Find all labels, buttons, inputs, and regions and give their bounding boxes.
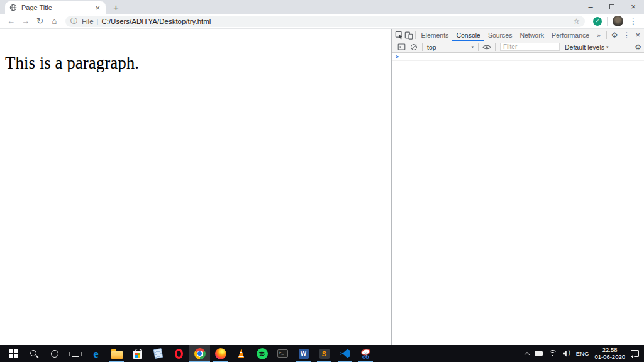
page-paragraph: This is a paragraph. xyxy=(5,53,391,73)
browser-menu-icon[interactable]: ⋮ xyxy=(626,17,640,26)
sublime-text-icon: S xyxy=(319,349,330,359)
cortana-button[interactable] xyxy=(44,345,65,362)
taskbar-snipping-tool[interactable] xyxy=(355,345,376,362)
taskbar-search-button[interactable] xyxy=(23,345,44,362)
forward-button[interactable]: → xyxy=(18,16,33,26)
devtools-tab-sources[interactable]: Sources xyxy=(484,29,516,41)
devtools-tab-network[interactable]: Network xyxy=(516,29,548,41)
separator xyxy=(415,31,416,39)
folder-icon xyxy=(111,351,123,359)
taskbar: e >_ W S ENG 22:58 01-06-2020 xyxy=(0,345,644,362)
device-toolbar-icon[interactable] xyxy=(404,29,413,41)
console-prompt-chevron: > xyxy=(396,53,399,60)
new-tab-button[interactable]: + xyxy=(111,3,121,13)
console-prompt-row[interactable]: > xyxy=(392,53,644,61)
spotify-icon xyxy=(257,348,268,359)
chrome-icon xyxy=(194,348,206,359)
taskbar-vlc[interactable] xyxy=(231,345,252,362)
maximize-icon xyxy=(609,4,614,9)
separator xyxy=(422,43,423,51)
taskbar-microsoft-store[interactable] xyxy=(127,345,148,362)
extension-icon[interactable]: ✓ xyxy=(593,17,602,26)
devtools-panel: Elements Console Sources Network Perform… xyxy=(392,29,644,345)
console-settings-gear-icon[interactable]: ⚙ xyxy=(632,43,644,52)
toolbar-separator xyxy=(607,17,608,26)
devtools-menu-icon[interactable]: ⋮ xyxy=(620,31,633,40)
profile-avatar[interactable] xyxy=(613,16,623,26)
browser-tab[interactable]: Page Title × xyxy=(5,1,106,14)
wifi-icon[interactable] xyxy=(548,350,557,357)
page-info-icon[interactable]: ⓘ xyxy=(70,18,77,25)
search-icon xyxy=(30,349,38,358)
start-button[interactable] xyxy=(3,345,23,362)
taskbar-notepad[interactable] xyxy=(148,345,169,362)
taskbar-file-explorer[interactable] xyxy=(106,345,127,362)
address-bar[interactable]: ⓘ File | C:/Users/ADITYA/Desktop/try.htm… xyxy=(65,16,585,27)
log-levels-select[interactable]: Default levels ▾ xyxy=(562,43,611,51)
devtools-tab-bar: Elements Console Sources Network Perform… xyxy=(392,29,644,41)
inspect-element-icon[interactable] xyxy=(395,29,404,41)
notepad-icon xyxy=(153,348,163,359)
chevron-down-icon: ▾ xyxy=(471,45,474,50)
tab-title: Page Title xyxy=(21,4,94,11)
javascript-context-select[interactable]: top ▾ xyxy=(425,41,476,52)
language-indicator[interactable]: ENG xyxy=(576,350,589,357)
context-label: top xyxy=(427,43,471,51)
separator xyxy=(606,31,607,39)
devtools-tab-console[interactable]: Console xyxy=(452,29,484,41)
task-view-icon xyxy=(72,351,79,357)
url-scheme-label: File xyxy=(82,18,94,25)
back-button[interactable]: ← xyxy=(4,16,18,26)
opera-icon xyxy=(175,349,183,359)
window-minimize-button[interactable]: – xyxy=(580,0,601,14)
taskbar-vs-code[interactable] xyxy=(335,345,355,362)
more-tabs-icon[interactable]: » xyxy=(593,29,604,41)
action-center-icon[interactable] xyxy=(631,350,639,357)
devtools-close-icon[interactable]: × xyxy=(633,30,644,40)
taskbar-terminal[interactable]: >_ xyxy=(272,345,293,362)
bookmark-star-icon[interactable]: ☆ xyxy=(573,17,580,26)
content-area: This is a paragraph. Elements Console So… xyxy=(0,29,644,345)
console-output[interactable]: > xyxy=(392,53,644,345)
home-button[interactable]: ⌂ xyxy=(47,16,62,26)
clear-console-icon[interactable] xyxy=(411,44,417,50)
browser-window: Page Title × + – × ← → ↻ ⌂ ⓘ File | C:/U… xyxy=(0,0,644,362)
firefox-icon xyxy=(215,348,226,359)
tab-close-icon[interactable]: × xyxy=(94,4,101,12)
taskbar-opera[interactable] xyxy=(169,345,189,362)
taskbar-spotify[interactable] xyxy=(252,345,272,362)
taskbar-edge[interactable]: e xyxy=(86,345,106,362)
task-view-button[interactable] xyxy=(65,345,86,362)
url-text[interactable]: C:/Users/ADITYA/Desktop/try.html xyxy=(101,18,569,25)
globe-favicon-icon xyxy=(9,4,17,11)
taskbar-word[interactable]: W xyxy=(293,345,314,362)
window-maximize-button[interactable] xyxy=(601,0,623,14)
terminal-icon: >_ xyxy=(277,349,288,358)
volume-icon[interactable] xyxy=(563,351,570,357)
taskbar-firefox[interactable] xyxy=(210,345,231,362)
taskbar-chrome[interactable] xyxy=(189,345,210,362)
separator xyxy=(630,43,630,51)
devtools-tab-elements[interactable]: Elements xyxy=(418,29,453,41)
window-close-button[interactable]: × xyxy=(623,0,644,14)
clock-time: 22:58 xyxy=(594,347,625,354)
vs-code-icon xyxy=(340,348,350,359)
reload-button[interactable]: ↻ xyxy=(33,16,47,26)
console-sidebar-icon[interactable] xyxy=(395,41,408,52)
clock[interactable]: 22:58 01-06-2020 xyxy=(594,347,625,360)
store-bag-icon xyxy=(133,351,142,359)
web-page: This is a paragraph. xyxy=(0,29,392,345)
console-filter-input[interactable] xyxy=(500,43,560,51)
taskbar-sublime-text[interactable]: S xyxy=(314,345,335,362)
window-controls: – × xyxy=(580,0,644,14)
eye-icon[interactable] xyxy=(480,41,493,52)
devtools-tab-performance[interactable]: Performance xyxy=(548,29,593,41)
system-tray: ENG 22:58 01-06-2020 xyxy=(525,345,644,362)
clock-date: 01-06-2020 xyxy=(594,354,625,361)
devtools-settings-gear-icon[interactable]: ⚙ xyxy=(609,31,621,40)
battery-icon[interactable] xyxy=(535,351,543,356)
tray-chevron-up-icon[interactable] xyxy=(525,352,530,357)
browser-toolbar: ← → ↻ ⌂ ⓘ File | C:/Users/ADITYA/Desktop… xyxy=(0,14,644,29)
edge-icon: e xyxy=(93,348,98,359)
vlc-cone-icon xyxy=(236,349,247,358)
